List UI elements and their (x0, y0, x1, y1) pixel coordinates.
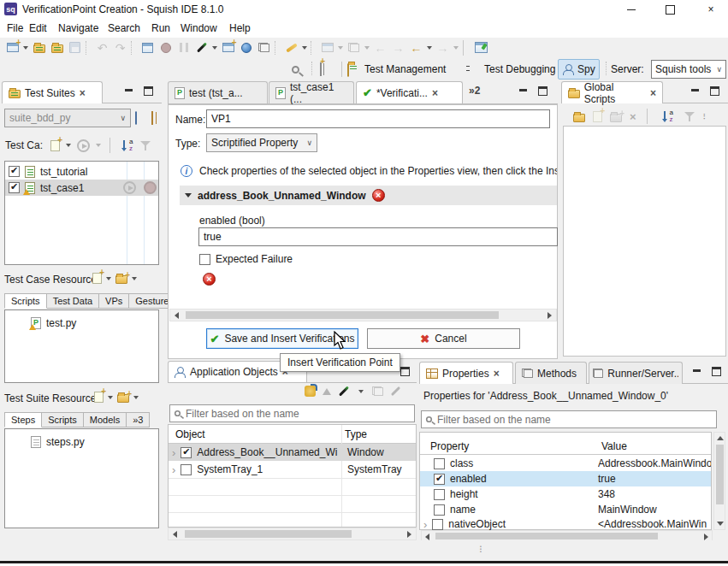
expand-icon[interactable]: › (172, 463, 175, 476)
scroll-right-icon[interactable] (704, 534, 708, 540)
expected-value-input[interactable] (198, 227, 558, 246)
scrollbar-thumb[interactable] (186, 311, 499, 319)
scroll-left-icon[interactable] (175, 312, 179, 319)
remove-property-icon[interactable] (203, 273, 216, 286)
window-maximize-button[interactable] (659, 3, 681, 16)
view-menu-icon[interactable]: ⁝ (703, 111, 707, 122)
tst-tutorial-checkbox[interactable] (9, 166, 20, 177)
last-edit-forward-icon[interactable]: → (389, 39, 407, 56)
maximize-view-icon[interactable] (712, 367, 721, 376)
close-icon[interactable]: × (432, 87, 438, 99)
menu-file[interactable]: File (7, 22, 23, 34)
remove-object-icon[interactable] (372, 189, 385, 202)
editor-tab-tst-case1[interactable]: tst_case1 (... (269, 81, 354, 103)
object-map-icon[interactable] (372, 386, 383, 396)
close-icon[interactable]: × (650, 87, 656, 99)
object-filter[interactable] (169, 404, 415, 422)
column-header-type[interactable]: Type (345, 428, 367, 440)
menu-window[interactable]: Window (181, 22, 217, 34)
test-suites-tab[interactable]: Test Suites × (2, 81, 103, 103)
column-header-object[interactable]: Object (175, 428, 205, 440)
undo-icon[interactable]: ↶ (93, 39, 111, 56)
up-object-icon[interactable] (323, 388, 331, 395)
tab-scripts[interactable]: Scripts (42, 412, 84, 427)
record-icon[interactable] (157, 39, 175, 56)
object-row-address-book[interactable]: › Address_Book__Unnamed_Wi Window (169, 444, 416, 461)
properties-filter[interactable] (421, 410, 717, 428)
object-checkbox[interactable] (181, 464, 192, 475)
pause-icon[interactable] (175, 39, 192, 56)
filter-icon[interactable] (140, 140, 151, 151)
close-icon[interactable]: × (494, 368, 500, 380)
scrollbar-thumb[interactable] (435, 533, 658, 539)
expected-failure-row[interactable]: Expected Failure (199, 253, 293, 265)
property-checkbox[interactable] (434, 489, 445, 500)
open-perspective-icon[interactable] (320, 63, 322, 75)
record-row-icon[interactable] (144, 181, 157, 194)
tab-steps[interactable]: Steps (4, 412, 42, 427)
maximize-view-icon[interactable] (400, 367, 410, 376)
pick-dropdown-caret[interactable] (212, 46, 217, 50)
edit-icon[interactable] (391, 386, 400, 396)
filter-icon[interactable] (684, 111, 695, 122)
new-resource-icon[interactable] (94, 392, 104, 403)
test-management-perspective-icon[interactable] (347, 64, 349, 76)
form-horizontal-scrollbar[interactable] (169, 309, 557, 321)
property-row-class[interactable]: class Addressbook.MainWindo (420, 456, 711, 471)
suite-selector[interactable]: suite_bdd_py ∨ (4, 109, 131, 127)
minimize-view-icon[interactable] (124, 86, 133, 96)
new-test-case-icon[interactable] (30, 39, 48, 56)
forward-history-icon[interactable]: → (434, 39, 452, 56)
spy-perspective[interactable]: Spy (558, 59, 600, 80)
global-scripts-tab[interactable]: Global Scripts × (561, 81, 663, 103)
column-header-property[interactable]: Property (430, 440, 469, 452)
menu-navigate[interactable]: Navigate (58, 22, 98, 34)
scrollbar-thumb[interactable] (716, 445, 724, 504)
expand-icon[interactable]: › (172, 446, 175, 459)
maximize-view-icon[interactable] (538, 86, 547, 96)
new-resource-caret[interactable] (108, 396, 113, 399)
property-checkbox[interactable] (434, 474, 445, 485)
open-type-icon[interactable] (345, 39, 363, 56)
menu-run[interactable]: Run (151, 22, 170, 34)
suite-settings-icon[interactable] (135, 112, 137, 124)
run-test-cases-icon[interactable] (77, 139, 90, 152)
refresh-object-map-icon[interactable] (305, 386, 316, 397)
new-resource-caret[interactable] (106, 277, 111, 280)
back-history-caret[interactable] (427, 46, 432, 50)
minimize-view-icon[interactable] (518, 86, 528, 96)
server-select[interactable]: Squish tools ∨ (651, 60, 726, 79)
window-minimize-button[interactable] (620, 3, 642, 16)
file-row-test-py[interactable]: test.py (27, 315, 76, 331)
pick-object-icon[interactable] (192, 39, 210, 56)
new-test-case-icon[interactable] (50, 140, 60, 151)
expected-failure-checkbox[interactable] (199, 254, 210, 265)
test-management-perspective[interactable]: Test Management (364, 63, 446, 75)
pick-object-caret[interactable] (358, 390, 364, 393)
run-row-icon[interactable] (123, 181, 136, 194)
sort-az-icon[interactable] (123, 139, 136, 152)
new-folder-icon[interactable] (117, 394, 129, 403)
object-row-systemtray[interactable]: › SystemTray_1 SystemTray (169, 461, 416, 478)
editor-tab-overflow[interactable]: »2 (469, 85, 480, 97)
new-folder-icon[interactable] (115, 275, 127, 284)
new-test-suite-icon[interactable] (3, 39, 21, 56)
close-icon[interactable]: × (80, 87, 86, 99)
properties-filter-input[interactable] (437, 414, 713, 426)
new-editor-icon[interactable] (219, 39, 237, 56)
properties-vertical-scrollbar[interactable] (713, 432, 725, 530)
scroll-right-icon[interactable] (407, 531, 411, 538)
vp-name-input[interactable] (206, 109, 550, 128)
pick-object-icon[interactable] (339, 386, 349, 396)
maximize-view-icon[interactable] (710, 86, 719, 96)
back-history-icon[interactable]: ← (407, 39, 425, 56)
sort-az-icon[interactable] (664, 110, 677, 123)
test-debugging-perspective[interactable]: Test Debugging (484, 63, 555, 75)
launch-aut-icon[interactable] (139, 39, 157, 56)
search-icon[interactable] (292, 64, 299, 76)
menu-search[interactable]: Search (108, 22, 140, 34)
new-script-icon[interactable] (593, 111, 602, 122)
scrollbar-thumb[interactable] (185, 530, 352, 538)
open-directory-icon[interactable] (573, 114, 585, 122)
property-row-nativeobject[interactable]: › nativeObject <Addressbook.MainWin (420, 517, 711, 531)
